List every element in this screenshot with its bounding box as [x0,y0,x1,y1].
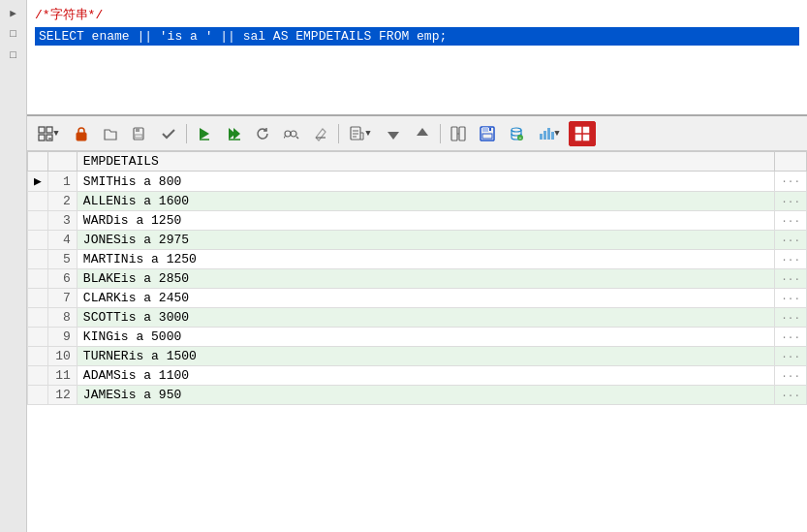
table-row[interactable]: 3WARDis a 1250··· [28,211,807,231]
header-empdetails[interactable]: EMPDETAILS [77,152,774,172]
row-more-cell[interactable]: ··· [775,172,807,192]
row-indicator-cell [28,250,48,269]
table-row[interactable]: 11ADAMSis a 1100··· [28,366,807,386]
empdetails-cell: JAMESis a 950 [77,386,774,405]
row-indicator-cell [28,192,48,211]
grid-toggle-icon [38,126,53,141]
empdetails-cell: CLARKis a 2450 [77,289,774,308]
search-button[interactable] [278,121,305,146]
chart-icon [539,126,554,141]
row-number-cell: 10 [47,347,77,366]
svg-line-17 [284,137,285,139]
row-indicator-cell [28,328,48,347]
table-row[interactable]: 8SCOTTis a 3000··· [28,308,807,328]
table-row[interactable]: 5MARTINis a 1250··· [28,250,807,269]
row-more-cell[interactable]: ··· [775,289,807,308]
chart-button[interactable]: ▼ [532,121,567,146]
row-more-cell[interactable]: ··· [775,328,807,347]
row-number-cell: 2 [47,192,77,211]
empdetails-cell: JONESis a 2975 [77,231,774,250]
chart-dropdown-arrow: ▼ [554,129,559,139]
refresh-button[interactable] [249,121,276,146]
main-content: /*字符串*/ SELECT ename || 'is a ' || sal A… [27,0,807,532]
svg-rect-6 [136,128,140,132]
save-icon [480,126,495,141]
table-row[interactable]: 9KINGis a 5000··· [28,328,807,347]
table-row[interactable]: 2ALLENis a 1600··· [28,192,807,211]
svg-point-32 [512,128,521,132]
row-indicator-cell [28,366,48,386]
empdetails-cell: SCOTTis a 3000 [77,308,774,328]
run-button[interactable] [191,121,218,146]
export-dropdown-arrow: ▼ [365,129,370,139]
empdetails-cell: SMITHis a 800 [77,172,774,192]
row-indicator-cell [28,386,48,405]
check-button[interactable] [155,121,182,146]
sidebar-icon-1: ▶ [5,4,22,21]
export-icon [350,126,365,141]
sort-desc-button[interactable] [409,121,436,146]
row-more-cell[interactable]: ··· [775,347,807,366]
row-more-cell[interactable]: ··· [775,366,807,386]
sep3 [440,124,441,143]
connect-icon [450,126,466,141]
empdetails-cell: MARTINis a 1250 [77,250,774,269]
table-row[interactable]: ▶1SMITHis a 800··· [28,172,807,192]
open-button[interactable] [97,121,124,146]
table-row[interactable]: 7CLARKis a 2450··· [28,289,807,308]
code-editor[interactable]: /*字符串*/ SELECT ename || 'is a ' || sal A… [27,0,807,116]
row-number-cell: 4 [47,231,77,250]
export-button[interactable]: ▼ [343,121,378,146]
row-number-cell: 6 [47,269,77,289]
table-row[interactable]: 10TURNERis a 1500··· [28,347,807,366]
clear-icon [313,126,328,141]
run-all-button[interactable] [220,121,247,146]
connect-button[interactable] [445,121,472,146]
row-indicator-cell [28,269,48,289]
grid2-button[interactable] [569,121,596,146]
row-more-cell[interactable]: ··· [775,192,807,211]
save-button[interactable] [474,121,501,146]
svg-rect-31 [489,128,491,131]
svg-rect-0 [39,127,45,133]
svg-rect-1 [47,127,52,133]
comment-line: /*字符串*/ [35,6,799,23]
sort-asc-button[interactable] [380,121,407,146]
table-row[interactable]: 6BLAKEis a 2850··· [28,269,807,289]
svg-marker-8 [200,128,209,140]
row-number-cell: 3 [47,211,77,231]
row-number-cell: 7 [47,289,77,308]
sql-line[interactable]: SELECT ename || 'is a ' || sal AS EMPDET… [35,27,799,46]
row-more-cell[interactable]: ··· [775,308,807,328]
row-more-cell[interactable]: ··· [775,386,807,405]
save-all-button[interactable] [126,121,153,146]
check-icon [161,126,176,141]
svg-rect-26 [459,127,465,141]
lock-button[interactable] [68,121,95,146]
row-indicator-cell [28,308,48,328]
refresh-icon [255,126,270,141]
row-number-cell: 11 [47,366,77,386]
clear-button[interactable] [307,121,334,146]
table-row[interactable]: 4JONESis a 2975··· [28,231,807,250]
svg-marker-11 [233,128,240,140]
empdetails-cell: KINGis a 5000 [77,328,774,347]
table-row[interactable]: 12JAMESis a 950··· [28,386,807,405]
sidebar-icon-2: □ [5,25,22,43]
sidebar-icon-3: □ [5,47,22,64]
save-all-icon [132,126,147,141]
svg-rect-7 [135,135,142,138]
svg-rect-42 [583,135,589,141]
row-more-cell[interactable]: ··· [775,231,807,250]
header-num-col [47,152,77,172]
row-more-cell[interactable]: ··· [775,250,807,269]
search-icon [284,126,299,141]
row-arrow: ▶ [34,174,42,189]
row-more-cell[interactable]: ··· [775,269,807,289]
left-sidebar: ▶ □ □ [0,0,27,532]
db-button[interactable]: + [503,121,530,146]
svg-rect-36 [543,131,546,140]
grid-toggle-button[interactable]: ▼ [31,121,66,146]
data-grid-container[interactable]: EMPDETAILS ▶1SMITHis a 800···2ALLENis a … [27,151,807,532]
row-more-cell[interactable]: ··· [775,211,807,231]
